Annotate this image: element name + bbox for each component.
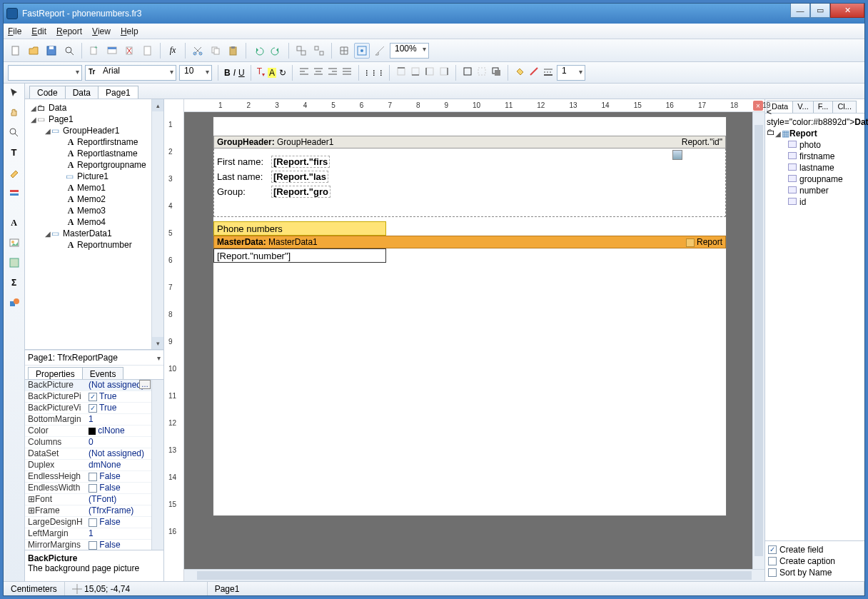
- align-middle-button[interactable]: ⫶: [372, 68, 376, 78]
- tree-item[interactable]: AReportlastname: [26, 148, 162, 159]
- property-row[interactable]: BackPicture(Not assigned): [25, 380, 163, 391]
- groupheader-band-header[interactable]: GroupHeader: GroupHeader1 Report."id": [213, 136, 726, 149]
- bold-button[interactable]: B: [224, 68, 231, 78]
- frame-shadow-button[interactable]: [490, 66, 502, 79]
- align-left-button[interactable]: [298, 66, 310, 79]
- align-justify-button[interactable]: [341, 66, 353, 79]
- style-combo[interactable]: [8, 65, 82, 81]
- minimize-button[interactable]: —: [790, 4, 810, 18]
- align-right-button[interactable]: [327, 66, 338, 79]
- design-surface[interactable]: GroupHeader: GroupHeader1 Report."id" Fi…: [184, 112, 752, 569]
- property-row[interactable]: DuplexdmNone: [25, 460, 163, 471]
- highlight-button[interactable]: A: [268, 68, 276, 78]
- picture-placeholder[interactable]: [672, 150, 682, 160]
- font-size-combo[interactable]: 10: [179, 65, 212, 81]
- data-field[interactable]: groupname: [767, 173, 863, 185]
- property-row[interactable]: ⊞Frame(TfrxFrame): [25, 505, 163, 517]
- property-row[interactable]: DataSet(Not assigned): [25, 448, 163, 460]
- tab-properties[interactable]: Properties: [28, 367, 83, 379]
- data-field[interactable]: photo: [767, 139, 863, 151]
- group-button[interactable]: [293, 43, 309, 59]
- insert-text[interactable]: A: [6, 215, 22, 231]
- data-tree[interactable]: < style="color:#b8892d">🗀 Data ◢▦ Report…: [765, 114, 864, 540]
- menu-report[interactable]: Report: [56, 26, 82, 36]
- frame-left-button[interactable]: [424, 66, 435, 79]
- scale-button[interactable]: [372, 43, 388, 59]
- insert-subreport[interactable]: [6, 255, 22, 271]
- property-row[interactable]: EndlessHeigh False: [25, 471, 163, 483]
- opt-create-caption[interactable]: Create caption: [765, 555, 864, 567]
- redo-button[interactable]: [268, 43, 284, 59]
- grid-button[interactable]: [336, 43, 352, 59]
- select-tool[interactable]: [6, 85, 22, 101]
- property-row[interactable]: BackPictureVi True: [25, 403, 163, 414]
- paste-button[interactable]: [226, 43, 241, 59]
- band-tool[interactable]: [6, 185, 22, 201]
- property-row[interactable]: MirrorMargins False: [25, 540, 163, 550]
- delete-page-button[interactable]: [122, 43, 138, 59]
- underline-button[interactable]: U: [238, 68, 245, 78]
- new-button[interactable]: [8, 43, 24, 59]
- report-page[interactable]: GroupHeader: GroupHeader1 Report."id" Fi…: [213, 116, 727, 516]
- property-row[interactable]: EndlessWidth False: [25, 483, 163, 494]
- canvas-vscroll[interactable]: [752, 112, 764, 569]
- object-selector[interactable]: Page1: TfrxReportPage: [25, 350, 163, 366]
- report-tree[interactable]: ▴▾ ◢🗀Data ◢▭Page1 ◢▭GroupHeader1 AReport…: [25, 99, 163, 350]
- tree-item[interactable]: AMemo2: [26, 193, 162, 205]
- zoom-select[interactable]: 100%: [390, 43, 429, 59]
- tree-item[interactable]: AMemo3: [26, 205, 162, 216]
- save-button[interactable]: [44, 43, 59, 59]
- menu-file[interactable]: File: [8, 26, 21, 36]
- tab-page1[interactable]: Page1: [98, 86, 138, 99]
- italic-button[interactable]: I: [233, 68, 236, 78]
- tab-events[interactable]: Events: [82, 367, 124, 379]
- data-field[interactable]: firstname: [767, 151, 863, 162]
- variables-button[interactable]: fx: [165, 43, 181, 59]
- tab-code[interactable]: Code: [29, 86, 66, 99]
- close-ruler-icon[interactable]: ×: [753, 101, 763, 111]
- zoom-tool[interactable]: [6, 125, 22, 141]
- frame-right-button[interactable]: [438, 66, 450, 79]
- frame-top-button[interactable]: [395, 66, 407, 79]
- frame-style-button[interactable]: [542, 66, 554, 79]
- frame-color-button[interactable]: [528, 66, 540, 79]
- menu-view[interactable]: View: [92, 26, 111, 36]
- align-top-button[interactable]: ⫶: [365, 68, 369, 78]
- opt-sort-by-name[interactable]: Sort by Name: [765, 567, 864, 578]
- open-button[interactable]: [26, 43, 41, 59]
- align-bottom-button[interactable]: ⫶: [379, 68, 383, 78]
- cut-button[interactable]: [190, 43, 206, 59]
- tree-item[interactable]: AMemo1: [26, 182, 162, 193]
- close-button[interactable]: ✕: [830, 4, 864, 18]
- tab-data[interactable]: Data: [65, 86, 99, 99]
- insert-shape[interactable]: [6, 295, 22, 311]
- align-center-button[interactable]: [313, 66, 324, 79]
- property-grid[interactable]: BackPicture(Not assigned)BackPicturePi T…: [25, 380, 163, 550]
- text-tool[interactable]: T: [6, 145, 22, 161]
- data-field[interactable]: lastname: [767, 162, 863, 173]
- copy-button[interactable]: [208, 43, 223, 59]
- font-color-button[interactable]: T▾: [257, 66, 265, 78]
- snap-grid-button[interactable]: [354, 43, 370, 59]
- property-row[interactable]: ⊞Font(TFont): [25, 494, 163, 505]
- tree-item[interactable]: ▭Picture1: [26, 171, 162, 182]
- property-row[interactable]: Columns0: [25, 437, 163, 448]
- data-field[interactable]: number: [767, 185, 863, 196]
- data-field[interactable]: id: [767, 196, 863, 208]
- insert-sysmemo[interactable]: Σ: [6, 275, 22, 291]
- frame-none-button[interactable]: [476, 66, 488, 79]
- property-row[interactable]: Color clNone: [25, 426, 163, 437]
- masterdata-band-header[interactable]: MasterData: MasterData1 Report: [213, 236, 726, 248]
- insert-picture[interactable]: [6, 235, 22, 251]
- maximize-button[interactable]: ▭: [810, 4, 830, 18]
- phone-header-memo[interactable]: Phone numbers: [213, 221, 386, 236]
- tree-item[interactable]: AMemo4: [26, 216, 162, 228]
- number-memo[interactable]: [Report."number"]: [213, 248, 386, 263]
- new-page-button[interactable]: +: [86, 43, 102, 59]
- tree-item[interactable]: AReportgroupname: [26, 159, 162, 171]
- property-row[interactable]: BackPicturePi True: [25, 391, 163, 403]
- menu-help[interactable]: Help: [121, 26, 138, 36]
- property-row[interactable]: LargeDesignH False: [25, 517, 163, 528]
- page-settings-button[interactable]: [140, 43, 156, 59]
- canvas-hscroll[interactable]: [184, 569, 764, 581]
